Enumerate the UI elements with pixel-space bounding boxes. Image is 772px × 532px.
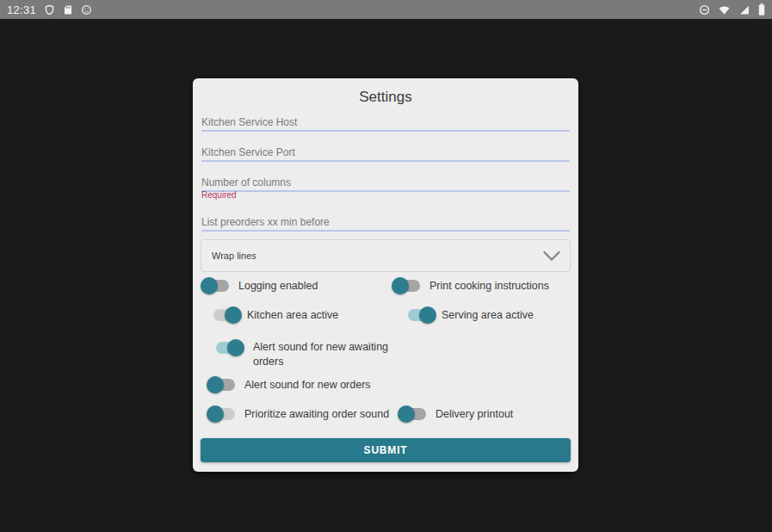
sdcard-icon	[63, 4, 73, 15]
toggle-prioritize-awaiting-order-sound[interactable]	[207, 405, 236, 423]
battery-icon	[758, 3, 765, 15]
toggle-alert-sound-new-orders[interactable]	[207, 376, 236, 393]
toggle-row: Prioritize awaiting order sound Delivery…	[193, 405, 578, 426]
toggle-row: Alert sound for new awaiting orders	[193, 339, 578, 370]
toggle-print-cooking-instructions[interactable]	[392, 277, 421, 294]
chevron-down-icon	[542, 250, 561, 262]
wifi-icon	[718, 4, 731, 15]
toggle-delivery-printout[interactable]	[398, 405, 427, 423]
clock: 12:31	[7, 3, 36, 16]
kitchen-service-port-input[interactable]	[201, 144, 570, 162]
wrap-lines-dropdown[interactable]: Wrap lines	[201, 239, 571, 272]
shield-icon	[44, 4, 55, 15]
list-preorders-input[interactable]	[201, 213, 570, 232]
signal-icon	[738, 4, 750, 15]
toggle-row: Alert sound for new orders	[193, 376, 578, 397]
settings-dialog: Settings Required Wrap lines Logging ena…	[193, 78, 578, 472]
dialog-title: Settings	[193, 89, 578, 106]
do-not-disturb-icon	[699, 4, 710, 15]
toggle-label-alert-sound-awaiting-orders: Alert sound for new awaiting orders	[253, 340, 417, 369]
toggle-serving-area-active[interactable]	[407, 306, 436, 324]
number-of-columns-input[interactable]	[201, 174, 570, 192]
toggle-alert-sound-awaiting-orders[interactable]	[215, 339, 244, 356]
toggle-row: Logging enabled Print cooking instructio…	[193, 277, 578, 298]
toggle-kitchen-area-active[interactable]	[213, 306, 242, 324]
toggle-logging-enabled[interactable]	[201, 277, 230, 294]
toggle-label-alert-sound-new-orders: Alert sound for new orders	[244, 378, 371, 393]
toggle-label-print-cooking-instructions: Print cooking instructions	[429, 279, 549, 294]
face-icon	[81, 4, 92, 15]
required-error: Required	[201, 190, 237, 200]
toggle-row: Kitchen area active Serving area active	[193, 306, 578, 327]
toggle-label-logging-enabled: Logging enabled	[238, 279, 318, 294]
dropdown-value: Wrap lines	[212, 251, 256, 261]
toggle-label-serving-area-active: Serving area active	[442, 308, 534, 323]
kitchen-service-host-input[interactable]	[201, 114, 570, 132]
status-bar: 12:31	[0, 0, 772, 19]
toggle-label-prioritize-awaiting-order-sound: Prioritize awaiting order sound	[244, 407, 389, 422]
submit-button[interactable]: SUBMIT	[201, 438, 571, 462]
toggle-label-kitchen-area-active: Kitchen area active	[247, 308, 338, 323]
toggle-label-delivery-printout: Delivery printout	[435, 407, 513, 422]
